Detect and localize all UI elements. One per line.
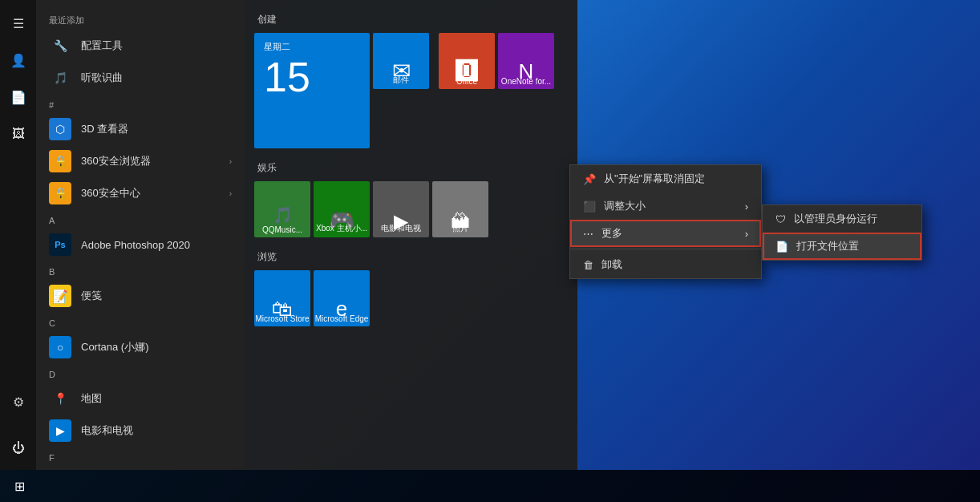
start-button[interactable]: ⊞ [0,470,38,502]
hash-label: # [36,94,245,113]
app-item-movies[interactable]: ▶ 电影和电视 [36,415,245,447]
b-label: B [36,261,245,280]
tile-onenote-label: OneNote for... [498,77,554,86]
ctx-uninstall[interactable]: 🗑 卸载 [570,251,761,278]
tile-calendar[interactable]: 星期二 15 [254,33,370,148]
cortana-icon: ○ [49,336,71,358]
360s-expand: › [229,189,232,198]
tile-xbox[interactable]: 🎮 Xbox 主机小... [314,181,370,237]
tile-mail[interactable]: ✉ 邮件 [373,33,429,89]
tile-xbox-label: Xbox 主机小... [314,223,370,234]
tile-photos[interactable]: 🏔 照片 [432,181,488,237]
tile-qqmusic-label: QQMusic... [254,225,310,234]
resize-arrow: › [745,200,748,213]
recent-label: 最近添加 [36,8,245,30]
unpin-icon: 📌 [583,173,596,185]
tile-edge-label: Microsoft Edge [314,314,370,323]
uninstall-icon: 🗑 [583,259,593,271]
360b-expand: › [229,157,232,166]
ctx-run-admin[interactable]: 🛡 以管理员身份运行 [763,205,921,233]
more-arrow: › [745,228,748,240]
ctx-unpin[interactable]: 📌 从"开始"屏幕取消固定 [570,165,761,192]
map-icon: 📍 [49,387,71,410]
ps-icon: Ps [49,233,71,256]
document-icon[interactable]: 📄 [3,82,34,112]
music-id-icon: 🎵 [49,67,71,89]
app-item-360b[interactable]: 🔒 360安全浏览器 › [36,145,245,177]
app-item-config[interactable]: 🔧 配置工具 [36,30,245,62]
ctx-resize[interactable]: ⬛ 调整大小 › [570,192,761,220]
360b-icon: 🔒 [49,150,71,172]
run-admin-icon: 🛡 [775,213,786,225]
tile-mail-label: 邮件 [373,75,429,86]
resize-icon: ⬛ [583,200,596,213]
ctx-open-location[interactable]: 📄 打开文件位置 [763,233,921,260]
3d-icon: ⬡ [49,118,71,140]
open-location-icon: 📄 [775,241,788,253]
app-item-360s[interactable]: 🔒 360安全中心 › [36,177,245,209]
d-label: D [36,363,245,383]
app-item-music-id[interactable]: 🎵 听歌识曲 [36,62,245,94]
app-item-cortana[interactable]: ○ Cortana (小娜) [36,331,245,363]
app-item-3d[interactable]: ⬡ 3D 查看器 [36,113,245,145]
tile-movies[interactable]: ▶ 电影和电视 [373,181,429,237]
tile-qqmusic[interactable]: 🎵 QQMusic... [254,181,310,237]
hamburger-icon[interactable]: ☰ [3,8,34,38]
360s-icon: 🔒 [49,182,71,204]
wrench-icon: 🔧 [49,34,71,57]
tile-photos-label: 照片 [432,223,488,234]
tile-store-label: Microsoft Store [254,314,310,323]
user-icon[interactable]: 👤 [3,45,34,75]
tile-edge[interactable]: e Microsoft Edge [314,270,370,326]
start-sidebar: ☰ 👤 📄 🖼 ⚙ ⏻ [0,0,36,470]
image-icon[interactable]: 🖼 [3,119,34,149]
tile-office[interactable]: 🅾 Office [439,33,495,89]
browse-tiles-grid: 🛍 Microsoft Store e Microsoft Edge [254,270,568,326]
context-menu: 📌 从"开始"屏幕取消固定 ⬛ 调整大小 › ⋯ 更多 › 🗑 卸载 [569,164,762,279]
tile-movies-label: 电影和电视 [373,223,429,234]
movies-icon: ▶ [49,419,71,442]
browse-section-label: 浏览 [257,250,568,264]
cal-date-label: 15 [259,56,310,98]
app-item-maps[interactable]: 📍 地图 [36,383,245,415]
create-tiles-grid: 星期二 15 ✉ 邮件 🅾 Office N OneNote [254,33,568,148]
entertainment-section-label: 娱乐 [257,161,568,175]
desktop: ☰ 👤 📄 🖼 ⚙ ⏻ 最近添加 🔧 配置工具 🎵 听歌识曲 # ⬡ 3D 查看… [0,0,980,502]
power-icon[interactable]: ⏻ [3,433,34,464]
a-label: A [36,209,245,229]
settings-icon[interactable]: ⚙ [3,387,34,417]
app-item-photoshop[interactable]: Ps Adobe Photoshop 2020 [36,229,245,261]
taskbar[interactable]: ⊞ [0,470,980,502]
start-menu: ☰ 👤 📄 🖼 ⚙ ⏻ 最近添加 🔧 配置工具 🎵 听歌识曲 # ⬡ 3D 查看… [0,0,577,470]
f-label: F [36,447,245,466]
app-item-stickynotes[interactable]: 📝 便笺 [36,280,245,312]
create-section-label: 创建 [257,13,568,26]
entertainment-tiles-grid: 🎵 QQMusic... 🎮 Xbox 主机小... ▶ 电影和电视 🏔 照片 [254,181,568,237]
more-icon: ⋯ [583,228,593,240]
ctx-more[interactable]: ⋯ 更多 › [570,220,761,247]
tiles-area: 创建 星期二 15 ✉ 邮件 🅾 Office [245,0,577,470]
c-label: C [36,312,245,331]
sub-context-menu: 🛡 以管理员身份运行 📄 打开文件位置 [762,204,922,261]
tile-office-label: Office [439,77,495,86]
tile-store[interactable]: 🛍 Microsoft Store [254,270,310,326]
ctx-separator [570,249,761,249]
tile-onenote[interactable]: N OneNote for... [498,33,554,89]
app-list: 最近添加 🔧 配置工具 🎵 听歌识曲 # ⬡ 3D 查看器 🔒 360安全浏览器… [36,0,245,470]
stickynotes-icon: 📝 [49,285,71,307]
